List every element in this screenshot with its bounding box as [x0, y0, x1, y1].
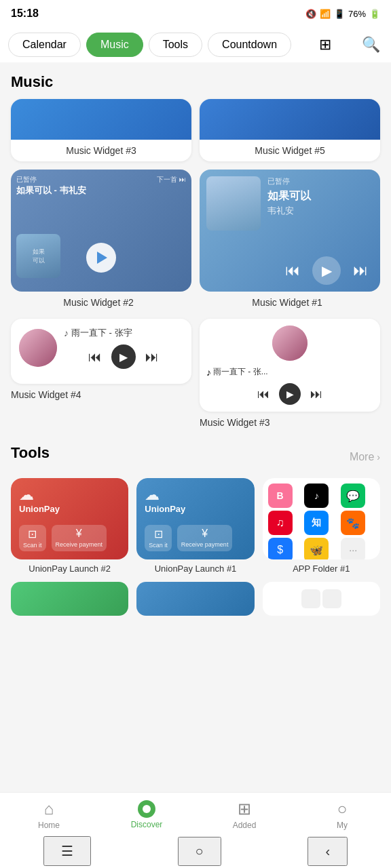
partial-card-blue[interactable] — [136, 582, 254, 616]
my-label: My — [337, 821, 348, 830]
tools-header: Tools More › — [11, 444, 380, 470]
menu-button[interactable]: ☰ — [43, 836, 91, 866]
app-icon-wechat[interactable]: 💬 — [341, 484, 365, 508]
unionpay1-icon: ☁ — [145, 486, 246, 504]
app-icon-taobao[interactable]: 🐾 — [341, 511, 365, 535]
scan-text-2: Scan it — [23, 542, 42, 549]
widget-1-controls: ⏮ ▶ ⏭ — [206, 256, 373, 285]
music-widget-5[interactable]: Music Widget #5 — [200, 99, 380, 161]
music-widget-3-bottom-container: ♪ 雨一直下 - 张... ⏮ ▶ ⏭ Music Widget #3 — [200, 319, 380, 433]
nav-pill-calendar[interactable]: Calendar — [8, 33, 81, 57]
grid-view-icon[interactable]: ⊞ — [316, 33, 334, 56]
play-ctrl-4[interactable]: ▶ — [111, 344, 136, 369]
discover-label: Discover — [131, 820, 163, 829]
prev-ctrl-3b[interactable]: ⏮ — [257, 387, 269, 401]
app-icon-tiktok[interactable]: ♪ — [304, 484, 329, 508]
unionpay2-bg: ☁ UnionPay ⊡ Scan it ¥ Receive payment — [11, 478, 128, 559]
next-label-w2: 下一首 ⏭ — [157, 175, 186, 184]
play-triangle-icon — [97, 252, 107, 264]
bottom-partial-tools — [11, 582, 380, 616]
receive-icon-1: ¥ — [202, 528, 208, 540]
music-widget-2[interactable]: 已暂停 下一首 ⏭ 如果可以 - 韦礼安 如果可以 — [11, 170, 191, 292]
tool-widget-unionpay2[interactable]: ☁ UnionPay ⊡ Scan it ¥ Receive payment — [11, 478, 128, 559]
partial-card-white[interactable] — [263, 582, 380, 616]
prev-button-w1[interactable]: ⏮ — [285, 262, 300, 279]
widget-label-3-top: Music Widget #3 — [11, 140, 191, 161]
bottom-nav: ⌂ Home Discover ⊞ Added ○ My — [0, 792, 391, 834]
tools-grid: ☁ UnionPay ⊡ Scan it ¥ Receive payment — [11, 478, 380, 574]
nav-home[interactable]: ⌂ Home — [0, 800, 98, 830]
music-banners-row: Music Widget #3 Music Widget #5 — [11, 99, 380, 161]
tools-section-title: Tools — [11, 444, 50, 462]
note-icon-4: ♪ — [64, 328, 69, 338]
next-ctrl-3b[interactable]: ⏭ — [310, 387, 322, 401]
play-button-w2[interactable] — [86, 243, 116, 273]
battery-level: 76% — [348, 9, 366, 19]
music-widget-4-container: ♪ 雨一直下 - 张宇 ⏮ ▶ ⏭ Music Widget #4 — [11, 319, 191, 433]
home-label: Home — [38, 821, 60, 830]
tool-widget-unionpay1[interactable]: ☁ UnionPay ⊡ Scan it ¥ Receive payment — [136, 478, 254, 559]
battery-icon: 🔋 — [369, 9, 380, 19]
music-widget-4[interactable]: ♪ 雨一直下 - 张宇 ⏮ ▶ ⏭ — [11, 319, 191, 384]
tool-scan-row-2: ⊡ Scan it ¥ Receive payment — [19, 525, 120, 551]
added-icon: ⊞ — [238, 800, 251, 818]
back-button[interactable]: ‹ — [308, 837, 348, 866]
play-ctrl-3b[interactable]: ▶ — [279, 383, 301, 405]
home-icon: ⌂ — [44, 800, 54, 818]
app-icon-netease[interactable]: ♫ — [268, 511, 293, 535]
player-song-name-4: 雨一直下 - 张宇 — [71, 327, 132, 339]
app-icon-more[interactable]: ··· — [341, 538, 365, 559]
play-button-w1[interactable]: ▶ — [312, 256, 341, 285]
music-widget-3-bottom[interactable]: ♪ 雨一直下 - 张... ⏮ ▶ ⏭ — [200, 319, 380, 412]
nav-pill-tools[interactable]: Tools — [149, 33, 202, 57]
player-controls-4: ⏮ ▶ ⏭ — [64, 344, 183, 369]
app-icon-meituan[interactable]: 🦋 — [304, 538, 329, 559]
widget-label-4: Music Widget #4 — [11, 384, 191, 406]
tool-widget-appfolder[interactable]: B ♪ 💬 ♫ 知 🐾 $ 🦋 ··· — [263, 478, 380, 559]
widget-banner-3 — [11, 99, 191, 140]
widget-label-1: Music Widget #1 — [200, 292, 380, 313]
music-widgets-row-2: 已暂停 下一首 ⏭ 如果可以 - 韦礼安 如果可以 Music Widget #… — [11, 170, 380, 313]
tool-unionpay-2[interactable]: ☁ UnionPay ⊡ Scan it ¥ Receive payment — [11, 478, 128, 574]
nav-my[interactable]: ○ My — [293, 800, 391, 830]
next-button-w1[interactable]: ⏭ — [353, 262, 368, 279]
mute-icon: 🔇 — [305, 9, 316, 19]
nav-pill-music[interactable]: Music — [86, 33, 143, 57]
widget-label-2: Music Widget #2 — [11, 292, 191, 313]
widget-label-3b: Music Widget #3 — [200, 412, 380, 433]
unionpay2-icon: ☁ — [19, 486, 120, 504]
scan-text-1: Scan it — [149, 542, 168, 549]
music-widget-3-top[interactable]: Music Widget #3 — [11, 99, 191, 161]
prev-ctrl-4[interactable]: ⏮ — [88, 349, 102, 365]
player-card-inner-4: ♪ 雨一直下 - 张宇 ⏮ ▶ ⏭ — [19, 327, 183, 369]
more-label: More — [350, 451, 374, 463]
receive-btn-2[interactable]: ¥ Receive payment — [52, 525, 107, 551]
scan-btn-1[interactable]: ⊡ Scan it — [145, 525, 172, 551]
unionpay2-name: UnionPay — [19, 504, 120, 514]
paused-label-w1: 已暂停 — [267, 176, 373, 186]
discover-inner — [143, 805, 151, 813]
system-nav: ☰ ○ ‹ — [0, 834, 391, 868]
music-widgets-row-3: ♪ 雨一直下 - 张宇 ⏮ ▶ ⏭ Music Widget #4 — [11, 319, 380, 433]
search-icon[interactable]: 🔍 — [359, 33, 383, 56]
next-ctrl-4[interactable]: ⏭ — [145, 349, 159, 365]
receive-btn-1[interactable]: ¥ Receive payment — [177, 525, 233, 551]
more-link[interactable]: More › — [350, 451, 380, 463]
tool-unionpay-1[interactable]: ☁ UnionPay ⊡ Scan it ¥ Receive payment — [136, 478, 254, 574]
app-icon-bilibili[interactable]: B — [268, 484, 293, 508]
nav-added[interactable]: ⊞ Added — [196, 800, 293, 830]
music-widget-1[interactable]: 已暂停 如果可以 韦礼安 ⏮ ▶ ⏭ — [200, 170, 380, 292]
my-icon: ○ — [337, 800, 348, 818]
chevron-right-icon: › — [377, 452, 380, 462]
nav-discover[interactable]: Discover — [98, 800, 196, 829]
scan-icon-2: ⊡ — [28, 528, 37, 540]
signal-icon: 📱 — [334, 9, 345, 19]
tool-appfolder-1[interactable]: B ♪ 💬 ♫ 知 🐾 $ 🦋 ··· APP Folder #1 — [263, 478, 380, 574]
scan-btn-2[interactable]: ⊡ Scan it — [19, 525, 46, 551]
partial-card-green[interactable] — [11, 582, 128, 616]
wifi-icon: 📶 — [320, 9, 331, 19]
nav-pill-countdown[interactable]: Countdown — [208, 33, 291, 57]
app-icon-zhihu[interactable]: 知 — [304, 511, 329, 535]
home-button[interactable]: ○ — [178, 837, 221, 866]
app-icon-alipay[interactable]: $ — [268, 538, 293, 559]
